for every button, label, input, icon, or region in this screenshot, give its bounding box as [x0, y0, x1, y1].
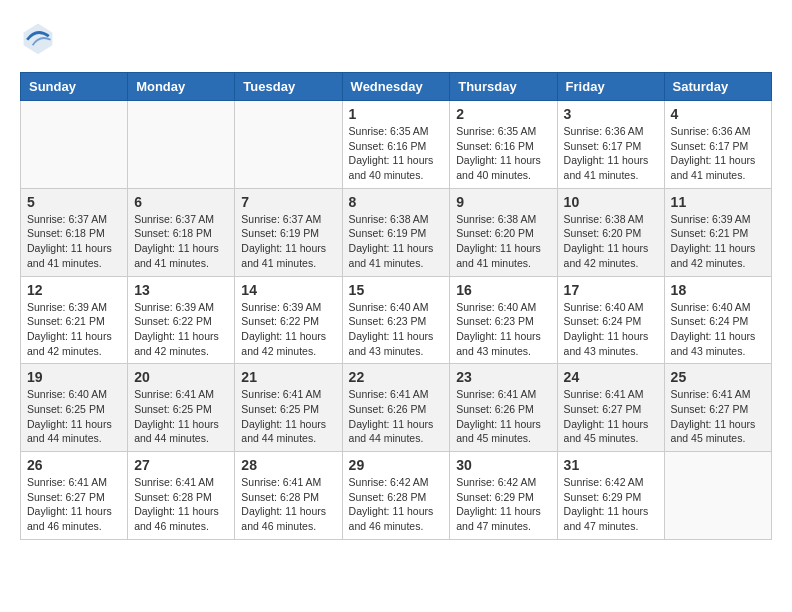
day-info: Sunrise: 6:38 AM Sunset: 6:20 PM Dayligh… — [456, 212, 550, 271]
logo-icon — [20, 20, 56, 56]
day-info: Sunrise: 6:37 AM Sunset: 6:19 PM Dayligh… — [241, 212, 335, 271]
day-info: Sunrise: 6:41 AM Sunset: 6:26 PM Dayligh… — [456, 387, 550, 446]
calendar-day-cell: 29Sunrise: 6:42 AM Sunset: 6:28 PM Dayli… — [342, 452, 450, 540]
weekday-header-thursday: Thursday — [450, 73, 557, 101]
calendar-day-cell: 25Sunrise: 6:41 AM Sunset: 6:27 PM Dayli… — [664, 364, 771, 452]
calendar-day-cell: 26Sunrise: 6:41 AM Sunset: 6:27 PM Dayli… — [21, 452, 128, 540]
calendar-day-cell: 15Sunrise: 6:40 AM Sunset: 6:23 PM Dayli… — [342, 276, 450, 364]
day-info: Sunrise: 6:36 AM Sunset: 6:17 PM Dayligh… — [564, 124, 658, 183]
day-number: 30 — [456, 457, 550, 473]
calendar-day-cell: 2Sunrise: 6:35 AM Sunset: 6:16 PM Daylig… — [450, 101, 557, 189]
day-number: 4 — [671, 106, 765, 122]
day-info: Sunrise: 6:41 AM Sunset: 6:25 PM Dayligh… — [134, 387, 228, 446]
day-number: 19 — [27, 369, 121, 385]
calendar-day-cell: 19Sunrise: 6:40 AM Sunset: 6:25 PM Dayli… — [21, 364, 128, 452]
day-number: 22 — [349, 369, 444, 385]
day-number: 12 — [27, 282, 121, 298]
day-info: Sunrise: 6:39 AM Sunset: 6:21 PM Dayligh… — [671, 212, 765, 271]
calendar-day-cell: 30Sunrise: 6:42 AM Sunset: 6:29 PM Dayli… — [450, 452, 557, 540]
calendar-day-cell: 16Sunrise: 6:40 AM Sunset: 6:23 PM Dayli… — [450, 276, 557, 364]
day-number: 21 — [241, 369, 335, 385]
day-info: Sunrise: 6:41 AM Sunset: 6:28 PM Dayligh… — [241, 475, 335, 534]
day-info: Sunrise: 6:42 AM Sunset: 6:29 PM Dayligh… — [456, 475, 550, 534]
day-info: Sunrise: 6:41 AM Sunset: 6:27 PM Dayligh… — [671, 387, 765, 446]
day-number: 27 — [134, 457, 228, 473]
weekday-header-tuesday: Tuesday — [235, 73, 342, 101]
day-number: 24 — [564, 369, 658, 385]
day-number: 17 — [564, 282, 658, 298]
weekday-header-saturday: Saturday — [664, 73, 771, 101]
day-number: 26 — [27, 457, 121, 473]
day-number: 28 — [241, 457, 335, 473]
day-info: Sunrise: 6:37 AM Sunset: 6:18 PM Dayligh… — [134, 212, 228, 271]
calendar-day-cell — [21, 101, 128, 189]
calendar-day-cell — [664, 452, 771, 540]
day-info: Sunrise: 6:41 AM Sunset: 6:27 PM Dayligh… — [564, 387, 658, 446]
day-info: Sunrise: 6:37 AM Sunset: 6:18 PM Dayligh… — [27, 212, 121, 271]
calendar-day-cell: 1Sunrise: 6:35 AM Sunset: 6:16 PM Daylig… — [342, 101, 450, 189]
day-number: 25 — [671, 369, 765, 385]
calendar-header-row: SundayMondayTuesdayWednesdayThursdayFrid… — [21, 73, 772, 101]
day-number: 13 — [134, 282, 228, 298]
calendar-day-cell: 6Sunrise: 6:37 AM Sunset: 6:18 PM Daylig… — [128, 188, 235, 276]
weekday-header-monday: Monday — [128, 73, 235, 101]
day-number: 11 — [671, 194, 765, 210]
day-info: Sunrise: 6:41 AM Sunset: 6:25 PM Dayligh… — [241, 387, 335, 446]
calendar-day-cell: 24Sunrise: 6:41 AM Sunset: 6:27 PM Dayli… — [557, 364, 664, 452]
calendar-week-row: 19Sunrise: 6:40 AM Sunset: 6:25 PM Dayli… — [21, 364, 772, 452]
day-number: 5 — [27, 194, 121, 210]
calendar-day-cell: 31Sunrise: 6:42 AM Sunset: 6:29 PM Dayli… — [557, 452, 664, 540]
calendar-day-cell: 7Sunrise: 6:37 AM Sunset: 6:19 PM Daylig… — [235, 188, 342, 276]
calendar-day-cell: 20Sunrise: 6:41 AM Sunset: 6:25 PM Dayli… — [128, 364, 235, 452]
calendar-day-cell: 18Sunrise: 6:40 AM Sunset: 6:24 PM Dayli… — [664, 276, 771, 364]
day-number: 8 — [349, 194, 444, 210]
calendar-day-cell: 17Sunrise: 6:40 AM Sunset: 6:24 PM Dayli… — [557, 276, 664, 364]
day-number: 7 — [241, 194, 335, 210]
calendar-day-cell: 22Sunrise: 6:41 AM Sunset: 6:26 PM Dayli… — [342, 364, 450, 452]
day-number: 16 — [456, 282, 550, 298]
day-number: 9 — [456, 194, 550, 210]
weekday-header-sunday: Sunday — [21, 73, 128, 101]
day-info: Sunrise: 6:38 AM Sunset: 6:20 PM Dayligh… — [564, 212, 658, 271]
day-info: Sunrise: 6:40 AM Sunset: 6:25 PM Dayligh… — [27, 387, 121, 446]
day-info: Sunrise: 6:40 AM Sunset: 6:24 PM Dayligh… — [564, 300, 658, 359]
calendar-day-cell: 12Sunrise: 6:39 AM Sunset: 6:21 PM Dayli… — [21, 276, 128, 364]
day-info: Sunrise: 6:36 AM Sunset: 6:17 PM Dayligh… — [671, 124, 765, 183]
calendar-day-cell: 3Sunrise: 6:36 AM Sunset: 6:17 PM Daylig… — [557, 101, 664, 189]
day-info: Sunrise: 6:38 AM Sunset: 6:19 PM Dayligh… — [349, 212, 444, 271]
day-info: Sunrise: 6:40 AM Sunset: 6:23 PM Dayligh… — [349, 300, 444, 359]
calendar-day-cell — [235, 101, 342, 189]
day-number: 20 — [134, 369, 228, 385]
calendar-day-cell: 8Sunrise: 6:38 AM Sunset: 6:19 PM Daylig… — [342, 188, 450, 276]
calendar-day-cell: 13Sunrise: 6:39 AM Sunset: 6:22 PM Dayli… — [128, 276, 235, 364]
day-number: 1 — [349, 106, 444, 122]
calendar-table: SundayMondayTuesdayWednesdayThursdayFrid… — [20, 72, 772, 540]
day-info: Sunrise: 6:35 AM Sunset: 6:16 PM Dayligh… — [456, 124, 550, 183]
day-number: 6 — [134, 194, 228, 210]
day-number: 15 — [349, 282, 444, 298]
day-info: Sunrise: 6:42 AM Sunset: 6:29 PM Dayligh… — [564, 475, 658, 534]
calendar-day-cell: 10Sunrise: 6:38 AM Sunset: 6:20 PM Dayli… — [557, 188, 664, 276]
day-info: Sunrise: 6:40 AM Sunset: 6:23 PM Dayligh… — [456, 300, 550, 359]
day-number: 14 — [241, 282, 335, 298]
day-info: Sunrise: 6:41 AM Sunset: 6:28 PM Dayligh… — [134, 475, 228, 534]
calendar-day-cell: 11Sunrise: 6:39 AM Sunset: 6:21 PM Dayli… — [664, 188, 771, 276]
calendar-day-cell: 28Sunrise: 6:41 AM Sunset: 6:28 PM Dayli… — [235, 452, 342, 540]
day-number: 29 — [349, 457, 444, 473]
calendar-day-cell: 9Sunrise: 6:38 AM Sunset: 6:20 PM Daylig… — [450, 188, 557, 276]
day-info: Sunrise: 6:35 AM Sunset: 6:16 PM Dayligh… — [349, 124, 444, 183]
day-info: Sunrise: 6:39 AM Sunset: 6:21 PM Dayligh… — [27, 300, 121, 359]
calendar-week-row: 5Sunrise: 6:37 AM Sunset: 6:18 PM Daylig… — [21, 188, 772, 276]
calendar-day-cell: 4Sunrise: 6:36 AM Sunset: 6:17 PM Daylig… — [664, 101, 771, 189]
calendar-day-cell: 14Sunrise: 6:39 AM Sunset: 6:22 PM Dayli… — [235, 276, 342, 364]
weekday-header-friday: Friday — [557, 73, 664, 101]
page-header — [20, 20, 772, 56]
logo — [20, 20, 62, 56]
calendar-week-row: 12Sunrise: 6:39 AM Sunset: 6:21 PM Dayli… — [21, 276, 772, 364]
day-number: 2 — [456, 106, 550, 122]
day-number: 10 — [564, 194, 658, 210]
day-info: Sunrise: 6:42 AM Sunset: 6:28 PM Dayligh… — [349, 475, 444, 534]
calendar-week-row: 1Sunrise: 6:35 AM Sunset: 6:16 PM Daylig… — [21, 101, 772, 189]
calendar-day-cell: 27Sunrise: 6:41 AM Sunset: 6:28 PM Dayli… — [128, 452, 235, 540]
calendar-day-cell: 21Sunrise: 6:41 AM Sunset: 6:25 PM Dayli… — [235, 364, 342, 452]
